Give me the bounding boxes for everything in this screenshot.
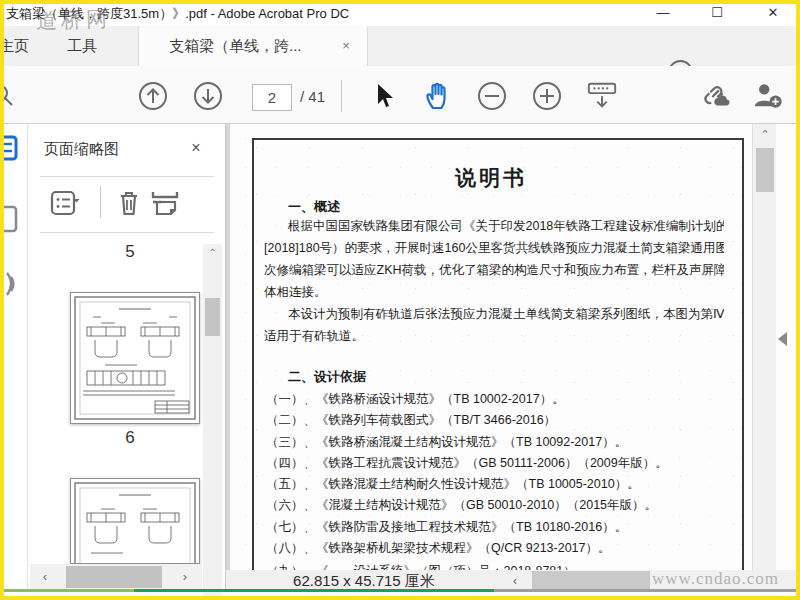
scroll-right-icon[interactable]: › [172,568,198,586]
zoom-in-icon[interactable] [531,80,563,112]
text-line: 次修编箱梁可以适应ZKH荷载，优化了箱梁的构造尺寸和预应力布置，栏杆及声屏障通过… [264,259,724,281]
thumbnail-vertical-scrollbar[interactable]: ⌃ ⌄ [203,244,222,600]
zoom-out-icon[interactable] [476,80,508,112]
page-thumbnails-pane-icon[interactable] [0,134,19,162]
page-thumbnail[interactable] [70,478,200,564]
document-title: 说明书 [230,164,752,192]
scrollbar-thumb[interactable] [66,566,162,588]
reference-item: （六）、《混凝土结构设计规范》（GB 50010-2010）（2015年版）。 [266,495,736,516]
reference-list: （一）、《铁路桥涵设计规范》（TB 10002-2017）。（二）、《铁路列车荷… [266,389,736,559]
maximize-button[interactable]: ☐ [700,2,734,24]
scrollbar-thumb[interactable] [756,148,774,192]
collapse-pane-handle[interactable] [778,332,787,346]
watermark-cndao: www.cndao.com [652,569,779,589]
section-heading: 一、概述 [288,198,340,216]
share-link-icon[interactable] [700,80,732,112]
reference-item: （二）、《铁路列车荷载图式》（TB/T 3466-2016） [266,410,736,431]
panel-close-icon[interactable]: × [186,138,206,158]
bookmarks-pane-icon[interactable] [0,204,19,234]
tools-pane-strip [776,124,800,592]
bottom-edge-line [4,589,796,592]
minimize-button[interactable]: — [646,2,680,24]
fit-width-icon[interactable] [586,80,618,112]
paragraph: 本设计为预制有砟轨道后张法预应力混凝土单线简支箱梁系列图纸，本图为第Ⅳ册，计算跨… [264,303,724,347]
watermark-daoqiao: 道桥网 [36,5,112,36]
reference-item: （三）、《铁路桥涵混凝土结构设计规范》（TB 10092-2017）。 [266,432,736,453]
paragraph: 根据中国国家铁路集团有限公司《关于印发2018年铁路工程建设标准编制计划的通知》… [264,215,724,303]
text-line: 适用于有砟轨道。 [264,325,724,347]
navigation-pane-strip [0,124,28,592]
delete-pages-icon[interactable] [112,186,146,220]
search-icon[interactable] [0,80,18,112]
scroll-left-icon[interactable]: ‹ [32,568,58,586]
page-thumbnail-drawing [71,293,199,423]
panel-divider [40,232,214,233]
tab-document[interactable]: 支箱梁（单线，跨... × [138,26,368,66]
scroll-up-icon[interactable]: ⌃ [203,244,222,261]
thumbnail-horizontal-scrollbar[interactable]: ‹ › [30,564,202,590]
tab-document-label: 支箱梁（单线，跨... [169,26,302,66]
page-thumbnails-panel: 页面缩略图 × 5 [28,124,226,592]
main-toolbar: / 41 [0,66,800,124]
text-line: 根据中国国家铁路集团有限公司《关于印发2018年铁路工程建设标准编制计划的通知》… [264,215,724,237]
pdf-page[interactable]: 说明书 一、概述 根据中国国家铁路集团有限公司《关于印发2018年铁路工程建设标… [230,124,752,592]
tab-bar: 主页 工具 支箱梁（单线，跨... × ? 登录 [0,26,800,66]
close-button[interactable]: ✕ [756,2,790,24]
document-view: 说明书 一、概述 根据中国国家铁路集团有限公司《关于印发2018年铁路工程建设标… [226,124,752,592]
attachments-pane-icon[interactable] [0,269,19,299]
title-bar: 支箱梁（单线，跨度31.5m）》.pdf - Adobe Acrobat Pro… [0,0,800,26]
thumbnail-options-icon[interactable] [50,186,84,220]
text-line: [2018]180号）的要求，开展时速160公里客货共线铁路预应力混凝土简支箱梁… [264,237,724,259]
toolbar-divider [341,80,342,112]
previous-page-icon[interactable] [137,80,169,112]
reference-item: （五）、《铁路混凝土结构耐久性设计规范》（TB 10005-2010）。 [266,474,736,495]
panel-tool-divider [100,186,101,218]
panel-divider [40,176,214,177]
scrollbar-thumb[interactable] [532,571,650,591]
document-vertical-scrollbar[interactable]: ⌃ ⌄ [752,124,776,592]
thumbnail-page-number: 6 [65,428,195,448]
reference-item: （八）、《铁路架桥机架梁技术规程》（Q/CR 9213-2017）。 [266,538,736,559]
page-thumbnail[interactable] [70,292,200,424]
thumbnail-page-number: 5 [65,242,195,262]
reference-item: （一）、《铁路桥涵设计规范》（TB 10002-2017）。 [266,389,736,410]
next-page-icon[interactable] [192,80,224,112]
scroll-up-icon[interactable]: ⌃ [753,124,777,144]
page-number-input[interactable] [252,84,292,111]
page-thumbnail-drawing [71,479,199,564]
tab-close-icon[interactable]: × [337,37,355,55]
scrollbar-thumb[interactable] [205,298,220,336]
extract-pages-icon[interactable] [148,186,182,220]
page-total-label: / 41 [300,88,325,105]
text-line: 本设计为预制有砟轨道后张法预应力混凝土单线简支箱梁系列图纸，本图为第Ⅳ册，计算跨… [264,303,724,325]
select-tool-icon[interactable] [368,80,400,112]
reference-item: （四）、《铁路工程抗震设计规范》（GB 50111-2006）（2009年版）。 [266,453,736,474]
section-heading: 二、设计依据 [288,368,366,386]
panel-title: 页面缩略图 [44,140,119,159]
hand-tool-icon[interactable] [422,80,454,112]
reference-item: （七）、《铁路防雷及接地工程技术规范》（TB 10180-2016）。 [266,517,736,538]
add-user-icon[interactable] [752,80,784,112]
text-line: 体相连接。 [264,281,724,303]
